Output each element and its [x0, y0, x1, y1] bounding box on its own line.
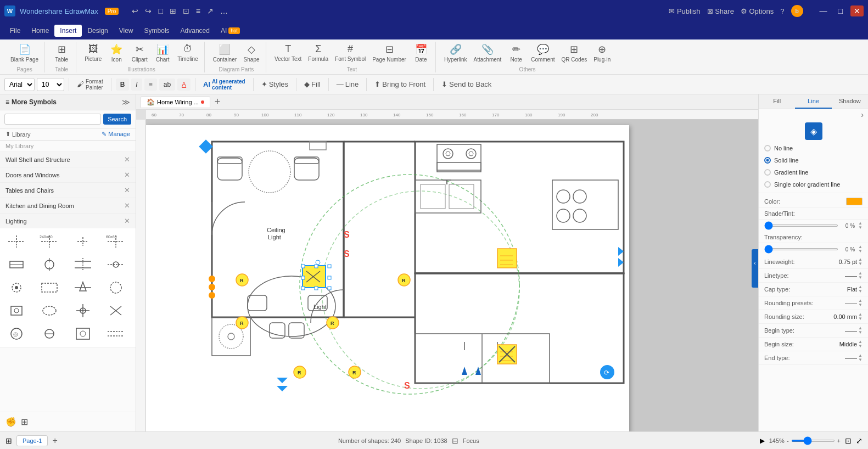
menu-advanced[interactable]: Advanced: [175, 25, 215, 37]
icon-button[interactable]: ⭐ Icon: [105, 42, 127, 64]
italic-button[interactable]: I: [131, 78, 142, 91]
vector-text-button[interactable]: T Vector Text: [272, 42, 304, 64]
lighting-symbol-13[interactable]: [2, 300, 31, 322]
share-button[interactable]: ⊠ Share: [707, 7, 734, 15]
format-button[interactable]: ⊡: [181, 5, 192, 16]
bold-button[interactable]: B: [116, 78, 130, 91]
lighting-symbol-5[interactable]: [2, 254, 31, 276]
plugin-button[interactable]: ⊕ Plug-in: [591, 42, 613, 64]
lighting-symbol-15[interactable]: [69, 300, 97, 322]
clipart-button[interactable]: ✂ Clipart: [128, 42, 150, 64]
shade-tint-slider[interactable]: [764, 224, 838, 227]
end-type-down[interactable]: ▼: [858, 358, 863, 362]
maximize-button[interactable]: □: [835, 5, 846, 16]
zoom-plus-button[interactable]: +: [837, 437, 841, 444]
panel-action-button[interactable]: ◈: [805, 122, 822, 140]
color-swatch[interactable]: [846, 198, 863, 205]
lighting-symbol-6[interactable]: [35, 254, 64, 276]
play-button[interactable]: ▶: [760, 437, 765, 445]
no-line-option[interactable]: No line: [759, 142, 868, 154]
blank-page-button[interactable]: 📄 Blank Page: [8, 42, 41, 64]
tables-chairs-header[interactable]: Tables and Chairs ✕: [0, 183, 136, 198]
sidebar-collapse-button[interactable]: ≫: [122, 98, 130, 106]
format-painter-button[interactable]: 🖌 FormatPainter: [74, 77, 107, 92]
tables-chairs-close-icon[interactable]: ✕: [124, 186, 130, 194]
lighting-symbol-7[interactable]: [69, 254, 97, 276]
menu-home[interactable]: Home: [26, 25, 54, 37]
grid-tool-button[interactable]: ⊞: [21, 417, 28, 427]
single-color-gradient-radio[interactable]: [764, 181, 771, 188]
menu-insert[interactable]: Insert: [54, 25, 82, 37]
table-button[interactable]: ⊞ Table: [51, 42, 72, 64]
expand-right-button[interactable]: ›: [861, 110, 864, 119]
no-line-radio[interactable]: [764, 145, 771, 151]
lighting-symbol-18[interactable]: [35, 323, 64, 345]
page-1-tab[interactable]: Page-1: [16, 435, 48, 446]
begin-type-down[interactable]: ▼: [858, 330, 863, 335]
attachment-button[interactable]: 📎 Attachment: [471, 42, 505, 64]
formula-button[interactable]: Σ Formula: [305, 42, 331, 64]
undo-button[interactable]: ↩: [130, 5, 141, 16]
menu-view[interactable]: View: [114, 25, 139, 37]
rounding-size-down[interactable]: ▼: [858, 317, 863, 321]
rounding-presets-down[interactable]: ▼: [858, 303, 863, 307]
fill-button[interactable]: ◆ Fill: [301, 78, 324, 90]
align-button[interactable]: ≡: [144, 78, 157, 91]
canvas-area[interactable]: 🏠 Home Wiring ... + 60 70 80 90 100 110 …: [136, 94, 758, 431]
qr-codes-button[interactable]: ⊞ QR Codes: [559, 42, 590, 64]
menu-extra-button[interactable]: ≡: [194, 5, 203, 16]
grab-tool-button[interactable]: ✊: [5, 417, 16, 427]
solid-line-option[interactable]: Solid line: [759, 154, 868, 166]
tab-shadow[interactable]: Shadow: [832, 94, 868, 109]
user-avatar[interactable]: b: [791, 5, 803, 17]
fullscreen-button[interactable]: ⤢: [856, 436, 863, 445]
save-button[interactable]: □: [156, 5, 165, 16]
lighting-symbol-1[interactable]: [2, 231, 31, 252]
gradient-line-radio[interactable]: [764, 169, 771, 176]
kitchen-header[interactable]: Kitchen and Dining Room ✕: [0, 198, 136, 213]
copy-button[interactable]: ⊞: [167, 5, 178, 16]
lighting-symbol-16[interactable]: [102, 300, 130, 322]
linetype-down[interactable]: ▼: [858, 276, 863, 280]
lighting-symbol-17[interactable]: ◎: [2, 323, 31, 345]
doors-windows-header[interactable]: Doors and Windows ✕: [0, 167, 136, 182]
add-tab-button[interactable]: +: [215, 96, 221, 108]
shade-tint-down[interactable]: ▼: [858, 226, 863, 230]
help-button[interactable]: ?: [780, 7, 784, 15]
publish-button[interactable]: ✉ Publish: [669, 7, 700, 15]
lighting-symbol-8[interactable]: [102, 254, 130, 276]
font-color-button[interactable]: A: [177, 78, 191, 91]
menu-symbols[interactable]: Symbols: [139, 25, 175, 37]
cap-type-down[interactable]: ▼: [858, 289, 863, 294]
hyperlink-button[interactable]: 🔗 Hyperlink: [441, 42, 470, 64]
add-page-button[interactable]: +: [52, 436, 57, 446]
kitchen-close-icon[interactable]: ✕: [124, 201, 130, 210]
lighting-symbol-11[interactable]: [69, 277, 97, 299]
wall-shell-header[interactable]: Wall Shell and Structure ✕: [0, 152, 136, 167]
lighting-symbol-12[interactable]: [102, 277, 130, 299]
zoom-slider[interactable]: [791, 440, 835, 442]
timeline-button[interactable]: ⏱ Timeline: [175, 42, 200, 64]
single-color-gradient-option[interactable]: Single color gradient line: [759, 178, 868, 190]
bring-to-front-button[interactable]: ⬆ Bring to Front: [371, 78, 429, 90]
lighting-symbol-9[interactable]: [2, 277, 31, 299]
menu-file[interactable]: File: [4, 25, 26, 37]
chart-button[interactable]: 📊 Chart: [152, 42, 173, 64]
transparency-slider[interactable]: [764, 248, 838, 250]
ai-content-button[interactable]: AI AI generatedcontent: [200, 77, 249, 92]
search-input[interactable]: [4, 114, 101, 125]
close-button[interactable]: ✕: [850, 5, 864, 16]
right-expand-button[interactable]: ‹: [752, 249, 758, 277]
options-button[interactable]: ⚙ Options: [741, 7, 774, 15]
lighting-symbol-3[interactable]: [69, 231, 97, 252]
tab-fill[interactable]: Fill: [759, 94, 795, 109]
doors-windows-close-icon[interactable]: ✕: [124, 171, 130, 179]
date-button[interactable]: 📅 Date: [410, 42, 432, 64]
shape-button[interactable]: ◇ Shape: [240, 42, 262, 64]
font-size-select[interactable]: 10: [37, 78, 64, 91]
lighting-symbol-2[interactable]: 240×60: [35, 231, 64, 252]
lighting-symbol-20[interactable]: [102, 323, 130, 345]
gradient-line-option[interactable]: Gradient line: [759, 166, 868, 178]
redo-button[interactable]: ↪: [143, 5, 154, 16]
lineweight-down[interactable]: ▼: [858, 262, 863, 266]
